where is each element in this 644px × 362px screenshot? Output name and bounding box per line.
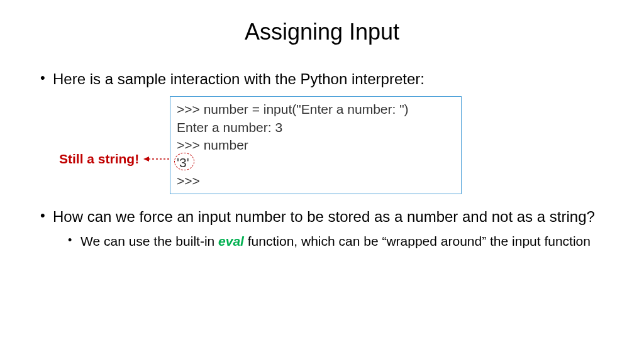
bullet-item-1: Here is a sample interaction with the Py… xyxy=(38,69,606,89)
sub-text-pre: We can use the built-in xyxy=(80,234,218,248)
eval-keyword: eval xyxy=(218,234,244,248)
bullet-list: Here is a sample interaction with the Py… xyxy=(38,69,606,89)
callout-label: Still a string! xyxy=(59,151,139,167)
code-line-2: Enter a number: 3 xyxy=(177,119,455,136)
code-highlight-string: '3' xyxy=(177,154,189,172)
sub-bullet-item: We can use the built-in eval function, w… xyxy=(53,233,606,250)
code-line-1: >>> number = input("Enter a number: ") xyxy=(177,101,455,118)
code-line-5: >>> xyxy=(177,172,455,190)
code-box: >>> number = input("Enter a number: ") E… xyxy=(170,96,462,194)
sub-text-post: function, which can be “wrapped around” … xyxy=(244,234,591,248)
code-region: Still a string! >>> number = input("Ente… xyxy=(170,96,606,194)
bullet-2-text: How can we force an input number to be s… xyxy=(53,208,595,225)
callout-arrow xyxy=(143,158,169,160)
code-line-3: >>> number xyxy=(177,136,455,154)
bullet-list-2: How can we force an input number to be s… xyxy=(38,207,606,251)
slide: Assigning Input Here is a sample interac… xyxy=(0,0,644,362)
svg-marker-1 xyxy=(143,156,149,162)
bullet-item-2: How can we force an input number to be s… xyxy=(38,207,606,251)
sub-bullet-list: We can use the built-in eval function, w… xyxy=(53,233,606,250)
slide-title: Assigning Input xyxy=(38,19,606,45)
code-line-4: '3' xyxy=(177,154,455,172)
arrow-icon xyxy=(143,155,172,163)
